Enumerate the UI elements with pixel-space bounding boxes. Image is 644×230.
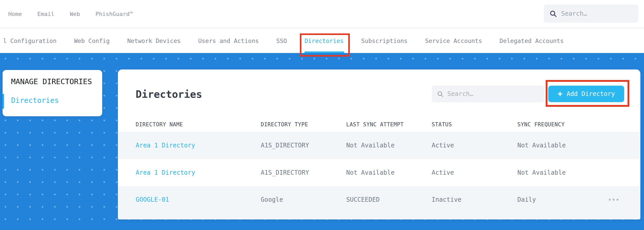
search-icon: [549, 10, 557, 17]
table-row: GOOGLE-01 Google SUCCEEDED Inactive Dail…: [118, 186, 640, 219]
directory-type: A1S_DIRECTORY: [261, 142, 346, 149]
nav-item-web[interactable]: Web: [70, 11, 80, 17]
directory-name-link[interactable]: GOOGLE-01: [136, 196, 261, 203]
last-sync: Not Available: [346, 142, 432, 149]
col-sync-frequency: SYNC FREQUENCY: [517, 121, 609, 128]
plus-icon: +: [558, 90, 562, 98]
tab-delegated-accounts[interactable]: Delegated Accounts: [500, 29, 564, 53]
global-search: [544, 5, 638, 23]
top-app-bar: Home Email Web PhishGuard™: [0, 0, 644, 28]
tab-network-devices[interactable]: Network Devices: [127, 29, 181, 53]
nav-item-home[interactable]: Home: [8, 11, 22, 17]
tab-directories-label: Directories: [304, 38, 344, 44]
directories-table: DIRECTORY NAME DIRECTORY TYPE LAST SYNC …: [118, 117, 640, 219]
directories-search: [432, 86, 544, 102]
nav-item-email[interactable]: Email: [37, 11, 54, 17]
row-actions-menu-icon[interactable]: [609, 199, 640, 201]
status: Inactive: [432, 196, 517, 203]
primary-nav: Home Email Web PhishGuard™: [8, 0, 133, 28]
last-sync: Not Available: [346, 169, 432, 176]
tab-sso[interactable]: SSO: [276, 29, 287, 53]
nav-item-phishguard[interactable]: PhishGuard™: [95, 11, 133, 17]
directory-name-link[interactable]: Area 1 Directory: [136, 169, 261, 176]
status: Active: [432, 142, 517, 149]
add-directory-button[interactable]: + Add Directory: [548, 86, 624, 102]
tab-subscriptions[interactable]: Subscriptions: [361, 29, 407, 53]
global-search-input[interactable]: [561, 10, 633, 17]
manage-directories-card: MANAGE DIRECTORIES Directories: [3, 70, 102, 116]
directory-name-link[interactable]: Area 1 Directory: [136, 142, 261, 149]
col-last-sync: LAST SYNC ATTEMPT: [346, 121, 432, 128]
directories-panel: Directories + Add Directory DIRECTORY NA…: [118, 69, 640, 219]
table-header-row: DIRECTORY NAME DIRECTORY TYPE LAST SYNC …: [118, 117, 640, 132]
sync-frequency: Not Available: [517, 169, 609, 176]
page-title: Directories: [136, 89, 202, 100]
table-row: Area 1 Directory A1S_DIRECTORY Not Avail…: [118, 159, 640, 186]
table-row: Area 1 Directory A1S_DIRECTORY Not Avail…: [118, 132, 640, 159]
sync-frequency: Not Available: [517, 142, 609, 149]
directory-type: Google: [261, 196, 346, 203]
directories-search-input[interactable]: [447, 90, 539, 98]
sidebar-title: MANAGE DIRECTORIES: [11, 77, 92, 86]
tab-email-configuration[interactable]: l Configuration: [3, 29, 57, 53]
status: Active: [432, 169, 517, 176]
tab-users-and-actions[interactable]: Users and Actions: [198, 29, 259, 53]
last-sync: SUCCEEDED: [346, 196, 432, 203]
sidebar-item-directories[interactable]: Directories: [11, 96, 59, 105]
tab-service-accounts[interactable]: Service Accounts: [425, 29, 482, 53]
add-directory-label: Add Directory: [567, 90, 615, 98]
sync-frequency: Daily: [517, 196, 609, 203]
active-item-indicator: [3, 94, 4, 109]
active-tab-underline: [304, 51, 344, 53]
directory-type: A1S_DIRECTORY: [261, 169, 346, 176]
tab-web-config[interactable]: Web Config: [74, 29, 110, 53]
col-directory-type: DIRECTORY TYPE: [261, 121, 346, 128]
search-icon: [437, 91, 444, 98]
col-directory-name: DIRECTORY NAME: [136, 121, 261, 128]
settings-tab-bar: l Configuration Web Config Network Devic…: [0, 29, 644, 53]
tab-directories[interactable]: Directories: [304, 29, 344, 53]
col-status: STATUS: [432, 121, 517, 128]
